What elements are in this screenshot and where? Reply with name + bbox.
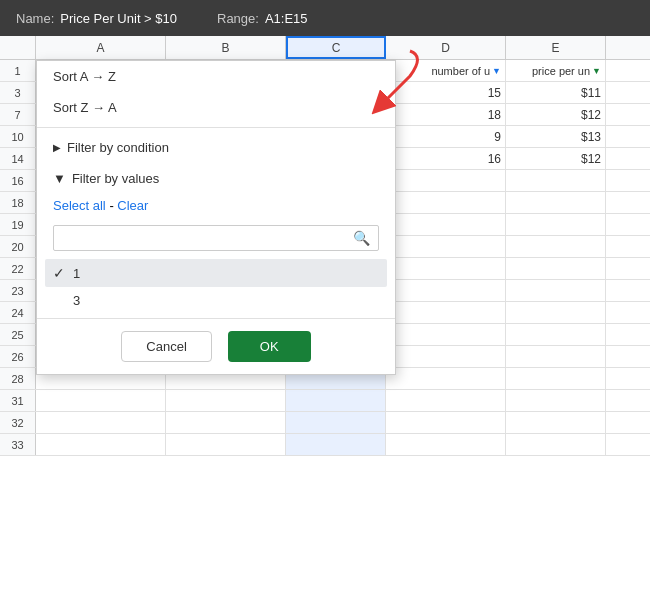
value-label: 3 <box>73 293 379 308</box>
search-input[interactable] <box>62 231 353 246</box>
list-item[interactable]: 3 <box>45 287 387 314</box>
row-num: 25 <box>0 324 36 345</box>
sort-za-item[interactable]: Sort Z → A <box>37 92 395 123</box>
select-all-link[interactable]: Select all <box>53 198 106 213</box>
row-num: 16 <box>0 170 36 191</box>
value-label: 1 <box>73 266 379 281</box>
filter-by-condition-label: Filter by condition <box>67 140 169 155</box>
filter-by-values-header[interactable]: ▼ Filter by values <box>37 163 395 194</box>
cell: $12 <box>506 104 606 125</box>
cell <box>386 346 506 367</box>
cell <box>386 214 506 235</box>
select-all-row: Select all - Clear <box>37 194 395 221</box>
values-list: ✓ 1 3 <box>45 259 387 314</box>
table-row: 32 <box>0 412 650 434</box>
cell <box>506 368 606 389</box>
range-value: A1:E15 <box>265 11 308 26</box>
search-icon: 🔍 <box>353 230 370 246</box>
clear-link[interactable]: Clear <box>117 198 148 213</box>
col-header-c: C <box>286 36 386 59</box>
cell <box>506 324 606 345</box>
row-num: 10 <box>0 126 36 147</box>
spreadsheet: A B C D E 1 division ▼ subdivision ▼ pro… <box>0 36 650 606</box>
row-num: 32 <box>0 412 36 433</box>
cell <box>36 412 166 433</box>
row-num: 19 <box>0 214 36 235</box>
filter-icon-e[interactable]: ▼ <box>592 66 601 76</box>
row-num: 26 <box>0 346 36 367</box>
cell <box>506 192 606 213</box>
cell <box>36 434 166 455</box>
filter-by-condition-header[interactable]: ▶ Filter by condition <box>37 132 395 163</box>
list-item[interactable]: ✓ 1 <box>45 259 387 287</box>
row-num: 18 <box>0 192 36 213</box>
cell: 15 <box>386 82 506 103</box>
cell <box>386 434 506 455</box>
cell: 16 <box>386 148 506 169</box>
cell-priceper: price per un ▼ <box>506 60 606 81</box>
cell <box>386 412 506 433</box>
cell <box>166 390 286 411</box>
divider <box>37 127 395 128</box>
row-num: 14 <box>0 148 36 169</box>
row-num: 33 <box>0 434 36 455</box>
sort-za-label: Sort Z → A <box>53 100 117 115</box>
top-bar: Name: Price Per Unit > $10 Range: A1:E15 <box>0 0 650 36</box>
row-num: 28 <box>0 368 36 389</box>
cell <box>386 324 506 345</box>
cell <box>386 280 506 301</box>
cell: $12 <box>506 148 606 169</box>
dropdown-footer: Cancel OK <box>37 318 395 374</box>
cell-numberof: number of u ▼ <box>386 60 506 81</box>
col-header-a: A <box>36 36 166 59</box>
name-label: Name: <box>16 11 54 26</box>
cell <box>506 170 606 191</box>
column-headers: A B C D E <box>0 36 650 60</box>
row-num: 31 <box>0 390 36 411</box>
cell <box>386 258 506 279</box>
col-header-b: B <box>166 36 286 59</box>
search-row: 🔍 <box>37 221 395 259</box>
name-item: Name: Price Per Unit > $10 <box>16 11 177 26</box>
cell <box>286 434 386 455</box>
check-icon: ✓ <box>53 265 73 281</box>
cell: 18 <box>386 104 506 125</box>
cell <box>386 390 506 411</box>
row-num: 23 <box>0 280 36 301</box>
row-num: 1 <box>0 60 36 81</box>
row-num: 3 <box>0 82 36 103</box>
name-value: Price Per Unit > $10 <box>60 11 177 26</box>
cell <box>386 368 506 389</box>
cancel-button[interactable]: Cancel <box>121 331 211 362</box>
row-num: 22 <box>0 258 36 279</box>
col-header-e: E <box>506 36 606 59</box>
cell <box>386 170 506 191</box>
cell <box>506 236 606 257</box>
cell <box>386 302 506 323</box>
filter-dropdown: Sort A → Z Sort Z → A ▶ Filter by condit… <box>36 60 396 375</box>
cell: $13 <box>506 126 606 147</box>
cell <box>506 434 606 455</box>
ok-button[interactable]: OK <box>228 331 311 362</box>
filter-icon-d[interactable]: ▼ <box>492 66 501 76</box>
sort-az-label: Sort A → Z <box>53 69 116 84</box>
cell: $11 <box>506 82 606 103</box>
cell <box>166 412 286 433</box>
cell <box>286 412 386 433</box>
cell: 9 <box>386 126 506 147</box>
row-num: 24 <box>0 302 36 323</box>
cell <box>506 346 606 367</box>
search-wrapper: 🔍 <box>53 225 379 251</box>
row-num: 7 <box>0 104 36 125</box>
cell <box>506 280 606 301</box>
cell <box>36 390 166 411</box>
filter-by-values-label: Filter by values <box>72 171 159 186</box>
range-label: Range: <box>217 11 259 26</box>
cell <box>386 236 506 257</box>
sort-az-item[interactable]: Sort A → Z <box>37 61 395 92</box>
cell <box>506 390 606 411</box>
cell <box>166 434 286 455</box>
cell <box>386 192 506 213</box>
range-item: Range: A1:E15 <box>217 11 308 26</box>
cell <box>506 412 606 433</box>
